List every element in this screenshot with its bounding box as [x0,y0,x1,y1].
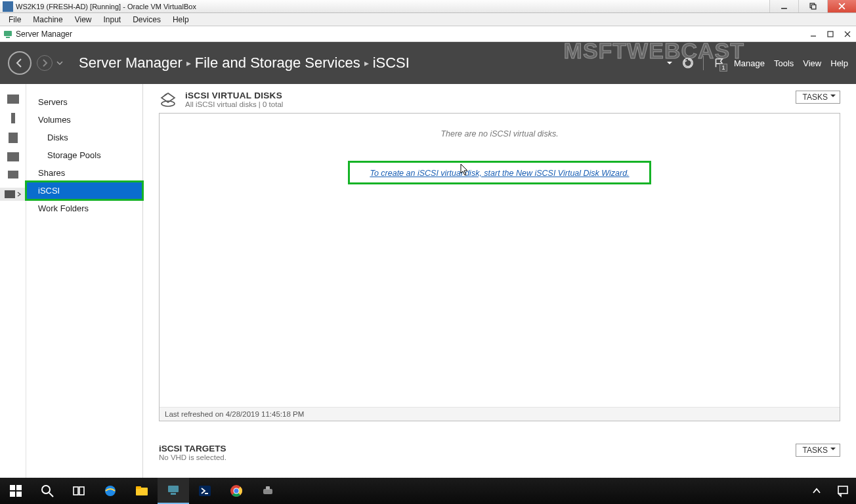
server-manager-icon [3,29,13,39]
section-subtitle: All iSCSI virtual disks | 0 total [185,100,283,108]
rail-dashboard-icon[interactable] [7,94,19,104]
targets-tasks-dropdown[interactable]: TASKS [796,444,840,457]
svg-rect-20 [79,487,84,495]
vbox-menu-machine[interactable]: Machine [27,14,68,26]
svg-rect-8 [828,32,833,37]
svg-rect-6 [6,37,10,38]
sidebar-item-volumes[interactable]: Volumes [26,111,142,129]
chevron-down-icon[interactable] [56,57,63,69]
crumb-file-storage[interactable]: File and Storage Services [195,54,360,72]
start-button[interactable] [0,478,32,504]
sidebar-item-work-folders[interactable]: Work Folders [26,200,142,217]
nav-back-button[interactable] [8,51,32,75]
svg-rect-23 [136,486,141,489]
sm-close-button[interactable] [839,26,856,41]
taskbar-chrome-icon[interactable] [221,478,252,504]
svg-rect-19 [74,487,78,495]
svg-point-17 [42,486,50,494]
breadcrumb: Server Manager ▸ File and Storage Servic… [79,54,410,72]
crumb-server-manager[interactable]: Server Manager [79,54,182,72]
refresh-button[interactable] [682,57,694,69]
task-view-button[interactable] [63,478,95,504]
tray-show-hidden-icon[interactable] [803,478,830,504]
dropdown-caret-icon[interactable] [666,58,673,68]
chevron-right-icon: ▸ [186,58,191,68]
virtualbox-menubar: File Machine View Input Devices Help [0,13,856,26]
side-nav: Servers Volumes Disks Storage Pools Shar… [26,84,143,478]
targets-subtitle: No VHD is selected. [159,453,226,461]
icon-rail [0,84,26,478]
sm-minimize-button[interactable] [805,26,822,41]
search-button[interactable] [32,478,63,504]
menu-tools[interactable]: Tools [774,58,794,68]
tray-action-center-icon[interactable] [830,478,856,504]
crumb-iscsi[interactable]: iSCSI [373,54,410,72]
sidebar-item-servers[interactable]: Servers [26,93,142,111]
vbox-menu-input[interactable]: Input [98,14,127,26]
svg-rect-16 [16,492,22,497]
svg-point-31 [234,489,239,494]
create-wizard-link-highlight: To create an iSCSI virtual disk, start t… [348,161,651,184]
section-title: iSCSI VIRTUAL DISKS [185,91,283,100]
sidebar-item-storage-pools[interactable]: Storage Pools [26,146,142,164]
vbox-menu-view[interactable]: View [69,14,98,26]
separator [703,56,704,70]
nav-forward-button[interactable] [37,55,53,71]
sidebar-item-disks[interactable]: Disks [26,129,142,146]
rail-all-servers-icon[interactable] [9,133,18,143]
svg-rect-14 [16,485,22,490]
virtual-disks-icon [159,91,179,110]
menu-manage[interactable]: Manage [734,58,765,68]
server-manager-header: Server Manager ▸ File and Storage Servic… [0,42,856,84]
refresh-timestamp: Last refreshed on 4/28/2019 11:45:18 PM [160,407,840,421]
virtual-disks-panel: There are no iSCSI virtual disks. To cre… [159,113,840,421]
svg-rect-24 [168,486,179,492]
virtualbox-icon [3,1,13,12]
rail-local-server-icon[interactable] [11,113,15,123]
taskbar-ie-icon[interactable] [95,478,126,504]
taskbar-powershell-icon[interactable] [189,478,221,504]
notification-badge: 1 [719,64,727,72]
svg-rect-2 [811,5,816,9]
svg-line-18 [49,493,53,497]
svg-rect-25 [171,493,176,495]
sm-maximize-button[interactable] [822,26,839,41]
virtualbox-titlebar: WS2K19 (FRESH-AD) [Running] - Oracle VM … [0,0,856,13]
svg-rect-32 [263,489,272,494]
svg-rect-5 [4,31,12,36]
vbox-menu-help[interactable]: Help [167,14,195,26]
rail-ad-ds-icon[interactable] [7,152,19,161]
tasks-dropdown[interactable]: TASKS [796,91,840,104]
taskbar-explorer-icon[interactable] [126,478,158,504]
svg-rect-34 [838,486,847,494]
rail-file-storage-icon[interactable] [0,188,26,201]
chevron-right-icon: ▸ [364,58,369,68]
empty-state-text: There are no iSCSI virtual disks. [160,129,840,138]
svg-rect-13 [10,485,15,490]
vbox-maximize-button[interactable] [798,0,827,12]
menu-help[interactable]: Help [830,58,848,68]
targets-title: iSCSI TARGETS [159,444,226,453]
vbox-close-button[interactable] [827,0,856,12]
sidebar-item-iscsi[interactable]: iSCSI [26,182,142,200]
menu-view[interactable]: View [803,58,821,68]
taskbar-app-icon[interactable] [252,478,284,504]
rail-dns-icon[interactable] [8,171,18,178]
server-manager-title-text: Server Manager [16,30,805,39]
vbox-minimize-button[interactable] [769,0,798,12]
windows-taskbar [0,478,856,504]
svg-rect-33 [266,486,270,490]
vbox-menu-file[interactable]: File [3,14,27,26]
taskbar-server-manager-icon[interactable] [158,478,189,504]
sidebar-item-shares[interactable]: Shares [26,164,142,182]
server-manager-titlebar: Server Manager [0,26,856,42]
create-wizard-link[interactable]: To create an iSCSI virtual disk, start t… [370,169,629,178]
virtualbox-title-text: WS2K19 (FRESH-AD) [Running] - Oracle VM … [16,3,769,10]
content-area: iSCSI VIRTUAL DISKS All iSCSI virtual di… [143,84,856,478]
notifications-button[interactable]: 1 [713,57,725,69]
vbox-menu-devices[interactable]: Devices [127,14,167,26]
svg-rect-15 [10,492,15,497]
